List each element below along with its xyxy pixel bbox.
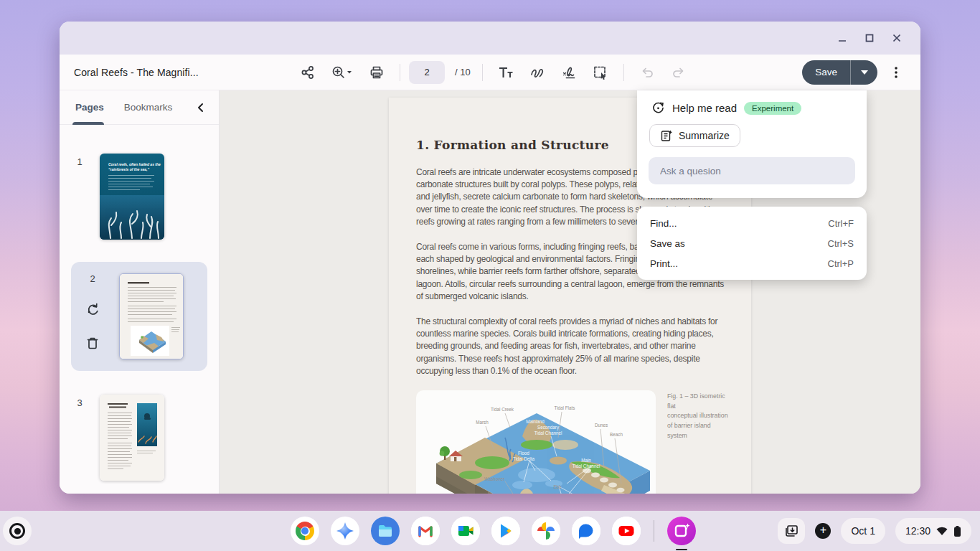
summarize-button[interactable]: Summarize	[649, 124, 740, 147]
print-button[interactable]	[362, 58, 391, 87]
gemini-icon	[331, 517, 359, 545]
files-app-button[interactable]	[371, 517, 400, 545]
svg-text:Tidal Delta: Tidal Delta	[513, 456, 534, 461]
menu-item-print[interactable]: Print... Ctrl+P	[637, 253, 867, 273]
select-annotation-button[interactable]	[586, 58, 615, 87]
svg-text:Beach: Beach	[610, 432, 623, 437]
trash-icon	[85, 336, 100, 350]
menu-item-shortcut: Ctrl+P	[828, 258, 854, 269]
help-me-read-row: Help me read Experiment	[637, 90, 867, 115]
tab-bookmarks[interactable]: Bookmarks	[124, 90, 173, 125]
page-row-3: 3	[60, 395, 219, 481]
chrome-app-button[interactable]	[291, 517, 319, 545]
svg-text:Secondary: Secondary	[537, 425, 560, 430]
gemini-app-button[interactable]	[331, 517, 359, 545]
shelf: + Oct 1 12:30	[0, 511, 980, 551]
page-thumbnail-1[interactable]: Coral reefs, often hailed as the “rainfo…	[100, 154, 164, 240]
date-pill[interactable]: Oct 1	[841, 518, 885, 544]
screen-capture-button[interactable]	[778, 518, 805, 544]
undo-button[interactable]	[633, 58, 661, 87]
gallery-app-button[interactable]	[667, 517, 696, 545]
new-updates-button[interactable]: +	[815, 523, 831, 539]
signature-button[interactable]	[555, 58, 583, 87]
tab-pages[interactable]: Pages	[75, 90, 104, 125]
barrier-island-illustration: Tidal Creek Tidal Flats Marsh Dunes Beac…	[416, 390, 656, 494]
messages-app-button[interactable]	[572, 517, 600, 545]
sidebar-tabs: Pages Bookmarks	[60, 90, 219, 125]
zoom-button[interactable]	[325, 58, 359, 87]
meet-app-button[interactable]	[451, 517, 480, 545]
save-button[interactable]: Save	[802, 60, 850, 85]
menu-item-save-as[interactable]: Save as Ctrl+S	[637, 233, 867, 253]
text-tool-icon	[498, 65, 514, 80]
menu-item-label: Print...	[650, 258, 678, 269]
draw-annotation-button[interactable]	[523, 58, 552, 87]
share-button[interactable]	[293, 58, 322, 87]
svg-text:Flood: Flood	[518, 451, 529, 456]
photos-app-button[interactable]	[532, 517, 560, 545]
menu-item-label: Save as	[650, 238, 685, 249]
more-options-button[interactable]	[882, 58, 910, 87]
wifi-icon	[936, 525, 948, 537]
rotate-icon	[85, 302, 100, 316]
kebab-menu-icon	[890, 65, 902, 80]
help-me-read-label: Help me read	[672, 102, 737, 114]
figure-image: Tidal Creek Tidal Flats Marsh Dunes Beac…	[416, 390, 656, 494]
svg-text:Tidal Flats: Tidal Flats	[555, 405, 575, 410]
document-title: Coral Reefs - The Magnifi...	[74, 67, 252, 78]
svg-text:Washover: Washover	[484, 476, 504, 481]
page-number-input[interactable]	[409, 61, 445, 84]
thumbnail-2-preview	[120, 274, 184, 359]
chevron-down-icon	[861, 70, 868, 75]
thumbnail-1-preview: Coral reefs, often hailed as the “rainfo…	[100, 154, 164, 240]
page-row-1: 1 Coral reefs, often hailed as the	[60, 154, 219, 240]
page-thumbnail-2[interactable]	[119, 273, 184, 359]
play-store-icon	[491, 517, 520, 545]
toolbar-divider	[482, 64, 483, 81]
collapse-sidebar-button[interactable]	[192, 98, 209, 118]
page-row-2-selected: 2	[71, 262, 207, 371]
summarize-icon	[660, 129, 673, 142]
battery-icon	[953, 525, 961, 537]
rotate-page-button[interactable]	[81, 298, 104, 321]
pdf-viewer-window: Coral Reefs - The Magnifi...	[60, 22, 920, 494]
launcher-button[interactable]	[3, 517, 32, 545]
thumbnail-3-preview	[100, 395, 164, 481]
ask-question-field[interactable]	[649, 157, 855, 184]
toolbar-divider	[400, 64, 400, 81]
ask-question-input[interactable]	[660, 166, 844, 176]
page-number-label: 1	[60, 154, 100, 240]
svg-text:Marsh: Marsh	[476, 420, 489, 425]
close-button[interactable]	[886, 27, 908, 49]
minimize-icon	[837, 32, 848, 44]
chrome-icon	[296, 522, 314, 540]
play-store-app-button[interactable]	[491, 517, 520, 545]
gallery-icon	[667, 517, 696, 545]
print-icon	[369, 65, 384, 80]
gmail-app-button[interactable]	[411, 517, 440, 545]
share-icon	[301, 65, 315, 80]
redo-button[interactable]	[664, 58, 693, 87]
save-options-button[interactable]	[850, 60, 877, 85]
minimize-button[interactable]	[831, 27, 853, 49]
chevron-left-icon	[196, 103, 206, 113]
menu-item-find[interactable]: Find... Ctrl+F	[637, 213, 867, 233]
text-annotation-button[interactable]	[491, 58, 520, 87]
screen-capture-icon	[784, 524, 798, 538]
menu-item-shortcut: Ctrl+F	[828, 218, 854, 229]
system-tray[interactable]: 12:30	[895, 518, 971, 544]
meet-icon	[451, 517, 480, 545]
shelf-apps	[291, 517, 696, 545]
svg-text:Dunes: Dunes	[595, 423, 608, 428]
maximize-button[interactable]	[859, 27, 880, 49]
figure-caption: Fig. 1 – 3D isometric flat conceptual il…	[667, 392, 730, 441]
menu-item-shortcut: Ctrl+S	[828, 238, 854, 249]
svg-text:Ebb: Ebb	[553, 484, 562, 489]
svg-text:“rainforests of the sea,”: “rainforests of the sea,”	[108, 167, 149, 171]
ai-helper-panel: Help me read Experiment Summarize	[637, 90, 867, 198]
delete-page-button[interactable]	[81, 331, 104, 354]
youtube-app-button[interactable]	[612, 517, 641, 545]
figure-row: Tidal Creek Tidal Flats Marsh Dunes Beac…	[416, 390, 725, 494]
page-thumbnail-3[interactable]	[100, 395, 164, 481]
menu-item-label: Find...	[650, 218, 677, 229]
